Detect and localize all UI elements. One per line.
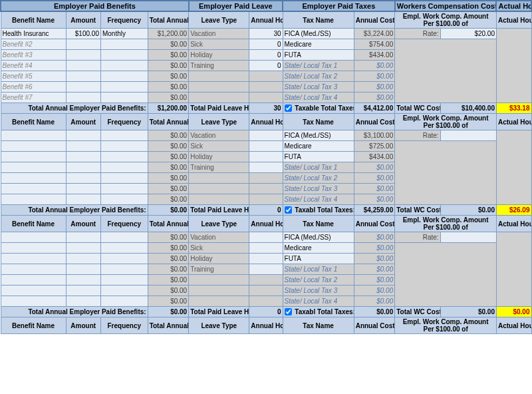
data-row: $0.00SickMedicare$0.00 [1, 243, 531, 254]
taxable-checkbox[interactable] [285, 308, 292, 315]
benefit-name-cell[interactable] [1, 254, 66, 264]
taxable-checkbox[interactable] [285, 206, 292, 214]
benefit-amount-cell[interactable] [66, 173, 100, 184]
benefit-name-cell[interactable] [1, 296, 66, 307]
leave-hours-cell[interactable]: 0 [249, 61, 283, 71]
benefit-name-cell[interactable]: Benefit #5 [1, 71, 66, 82]
benefit-amount-cell[interactable] [66, 264, 100, 275]
taxable-cell[interactable]: Taxable Total Taxes: [283, 103, 354, 114]
benefit-freq-cell[interactable] [100, 141, 148, 152]
leave-hours-cell[interactable] [249, 232, 283, 243]
benefit-freq-cell[interactable] [100, 243, 148, 254]
benefit-freq-cell[interactable] [100, 61, 148, 71]
benefit-amount-cell[interactable] [66, 39, 100, 50]
benefit-amount-cell[interactable] [66, 286, 100, 296]
benefit-amount-cell[interactable] [66, 93, 100, 103]
taxable-cell[interactable]: Taxabl Total Taxes: [283, 205, 354, 216]
benefit-amount-cell[interactable] [66, 296, 100, 307]
benefit-name-cell[interactable] [1, 275, 66, 286]
benefit-amount-cell[interactable] [66, 152, 100, 162]
benefit-freq-cell[interactable] [100, 232, 148, 243]
benefit-freq-cell[interactable] [100, 162, 148, 173]
benefit-freq-cell[interactable] [100, 184, 148, 194]
benefit-freq-cell[interactable]: Monthly [100, 29, 148, 39]
tax-name-cell[interactable]: State/ Local Tax 2 [283, 71, 354, 82]
benefit-amount-cell[interactable] [66, 61, 100, 71]
wc-rate-value[interactable] [440, 232, 496, 243]
benefit-name-cell[interactable] [1, 173, 66, 184]
tax-name-cell[interactable]: State/ Local Tax 3 [283, 184, 354, 194]
benefit-freq-cell[interactable] [100, 39, 148, 50]
benefit-amount-cell[interactable] [66, 243, 100, 254]
benefit-amount-cell[interactable] [66, 194, 100, 205]
wc-rate-value[interactable] [440, 130, 496, 141]
leave-hours-cell[interactable] [249, 243, 283, 254]
benefit-freq-cell[interactable] [100, 71, 148, 82]
benefit-amount-cell[interactable] [66, 254, 100, 264]
leave-hours-cell[interactable]: 30 [249, 29, 283, 39]
benefit-amount-cell[interactable] [66, 275, 100, 286]
benefit-freq-cell[interactable] [100, 130, 148, 141]
benefit-name-cell[interactable]: Benefit #2 [1, 39, 66, 50]
tax-name-cell[interactable]: State/ Local Tax 4 [283, 194, 354, 205]
benefit-amount-cell[interactable]: $100.00 [66, 29, 100, 39]
benefit-freq-cell[interactable] [100, 296, 148, 307]
benefit-name-cell[interactable] [1, 141, 66, 152]
leave-hours-cell[interactable] [249, 264, 283, 275]
tax-name-cell[interactable]: State/ Local Tax 2 [283, 275, 354, 286]
benefit-freq-cell[interactable] [100, 264, 148, 275]
leave-hours-cell[interactable]: 0 [249, 39, 283, 50]
leave-hours-cell[interactable]: 0 [249, 50, 283, 61]
benefit-amount-cell[interactable] [66, 232, 100, 243]
benefit-name-cell[interactable] [1, 232, 66, 243]
taxable-cell[interactable]: Taxabl Total Taxes: [283, 307, 354, 317]
benefit-name-cell[interactable] [1, 130, 66, 141]
tax-name-cell[interactable]: State/ Local Tax 1 [283, 264, 354, 275]
benefit-name-cell[interactable] [1, 152, 66, 162]
leave-hours-cell[interactable] [249, 130, 283, 141]
benefit-name-cell[interactable]: Benefit #6 [1, 82, 66, 93]
leave-hours-cell[interactable] [249, 141, 283, 152]
tax-name-cell[interactable]: State/ Local Tax 1 [283, 162, 354, 173]
wc-rate-value[interactable]: $20.00 [440, 29, 496, 39]
benefit-name-cell[interactable]: Health Insuranc [1, 29, 66, 39]
benefit-name-cell[interactable] [1, 286, 66, 296]
benefit-name-cell[interactable] [1, 184, 66, 194]
benefit-amount-cell[interactable] [66, 184, 100, 194]
benefit-freq-cell[interactable] [100, 275, 148, 286]
benefit-amount-cell[interactable] [66, 50, 100, 61]
leave-hours-cell[interactable] [249, 162, 283, 173]
tax-name-cell[interactable]: State/ Local Tax 2 [283, 173, 354, 184]
benefit-name-cell[interactable]: Benefit #3 [1, 50, 66, 61]
benefit-amount-cell[interactable] [66, 130, 100, 141]
benefit-name-cell[interactable] [1, 194, 66, 205]
benefit-amount-cell[interactable] [66, 162, 100, 173]
leave-hours-cell[interactable] [249, 254, 283, 264]
benefit-freq-cell[interactable] [100, 286, 148, 296]
leave-hours-cell[interactable] [249, 152, 283, 162]
tax-name-cell[interactable]: State/ Local Tax 4 [283, 93, 354, 103]
benefit-amount-cell[interactable] [66, 71, 100, 82]
tax-name-cell[interactable]: State/ Local Tax 3 [283, 82, 354, 93]
benefit-freq-cell[interactable] [100, 173, 148, 184]
benefit-freq-cell[interactable] [100, 82, 148, 93]
benefit-freq-cell[interactable] [100, 50, 148, 61]
benefit-amount-cell[interactable] [66, 141, 100, 152]
benefit-total-cell: $0.00 [148, 232, 189, 243]
benefit-name-cell[interactable] [1, 264, 66, 275]
benefit-name-cell[interactable]: Benefit #7 [1, 93, 66, 103]
benefit-name-cell[interactable]: Benefit #4 [1, 61, 66, 71]
taxable-checkbox[interactable] [285, 104, 292, 112]
tax-name-cell[interactable]: State/ Local Tax 4 [283, 296, 354, 307]
tax-name-cell[interactable]: State/ Local Tax 1 [283, 61, 354, 71]
benefit-freq-cell[interactable] [100, 152, 148, 162]
benefit-freq-cell[interactable] [100, 194, 148, 205]
benefit-freq-cell[interactable] [100, 254, 148, 264]
tax-name-cell[interactable]: State/ Local Tax 3 [283, 286, 354, 296]
leave-type-cell: Sick [189, 141, 249, 152]
benefit-freq-cell[interactable] [100, 93, 148, 103]
benefit-name-cell[interactable] [1, 162, 66, 173]
benefit-total-cell: $0.00 [148, 61, 189, 71]
benefit-name-cell[interactable] [1, 243, 66, 254]
benefit-amount-cell[interactable] [66, 82, 100, 93]
